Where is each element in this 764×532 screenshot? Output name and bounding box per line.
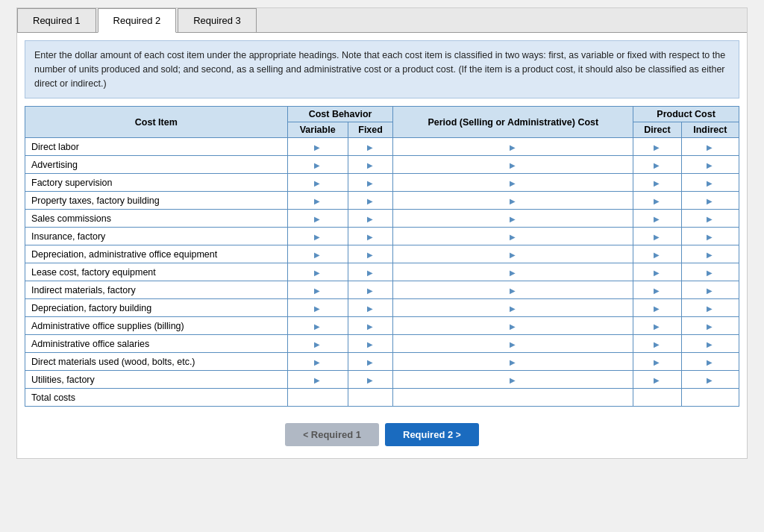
period-cost-cell[interactable] xyxy=(393,263,633,281)
indirect-cell[interactable] xyxy=(681,281,739,299)
period-cost-cell[interactable] xyxy=(393,192,633,210)
main-window: Required 1 Required 2 Required 3 Enter t… xyxy=(16,7,748,459)
total-fixed-cell[interactable] xyxy=(348,389,393,407)
indirect-cell[interactable] xyxy=(681,192,739,210)
fixed-cell[interactable] xyxy=(348,281,393,299)
indirect-cell[interactable] xyxy=(681,371,739,389)
cost-item-label: Utilities, factory xyxy=(25,371,288,389)
direct-cell[interactable] xyxy=(633,210,681,228)
indirect-cell[interactable] xyxy=(681,335,739,353)
indirect-cell[interactable] xyxy=(681,317,739,335)
direct-cell[interactable] xyxy=(633,317,681,335)
direct-cell[interactable] xyxy=(633,138,681,156)
indirect-cell[interactable] xyxy=(681,138,739,156)
direct-cell[interactable] xyxy=(633,228,681,245)
direct-cell[interactable] xyxy=(633,335,681,353)
direct-cell[interactable] xyxy=(633,281,681,299)
fixed-cell[interactable] xyxy=(348,174,393,192)
table-row: Indirect materials, factory xyxy=(25,281,739,299)
table-row: Depreciation, administrative office equi… xyxy=(25,245,739,263)
total-period-cell[interactable] xyxy=(393,389,633,407)
variable-cell[interactable] xyxy=(287,371,348,389)
total-indirect-cell[interactable] xyxy=(681,389,739,407)
tab-required2[interactable]: Required 2 xyxy=(98,8,177,33)
fixed-cell[interactable] xyxy=(348,335,393,353)
period-cost-cell[interactable] xyxy=(393,138,633,156)
period-cost-cell[interactable] xyxy=(393,299,633,317)
col-header-cost-item: Cost Item xyxy=(25,107,288,138)
period-cost-cell[interactable] xyxy=(393,174,633,192)
variable-cell[interactable] xyxy=(287,138,348,156)
fixed-cell[interactable] xyxy=(348,192,393,210)
variable-cell[interactable] xyxy=(287,192,348,210)
cost-item-label: Depreciation, administrative office equi… xyxy=(25,245,288,263)
cost-item-label: Lease cost, factory equipment xyxy=(25,263,288,281)
indirect-cell[interactable] xyxy=(681,156,739,174)
direct-cell[interactable] xyxy=(633,299,681,317)
col-header-variable: Variable xyxy=(287,122,348,138)
indirect-cell[interactable] xyxy=(681,245,739,263)
col-header-indirect: Indirect xyxy=(681,122,739,138)
variable-cell[interactable] xyxy=(287,281,348,299)
variable-cell[interactable] xyxy=(287,245,348,263)
indirect-cell[interactable] xyxy=(681,263,739,281)
cost-item-label: Property taxes, factory building xyxy=(25,192,288,210)
cost-item-label: Insurance, factory xyxy=(25,228,288,245)
table-row: Direct labor xyxy=(25,138,739,156)
variable-cell[interactable] xyxy=(287,317,348,335)
direct-cell[interactable] xyxy=(633,353,681,371)
total-direct-cell[interactable] xyxy=(633,389,681,407)
variable-cell[interactable] xyxy=(287,156,348,174)
col-header-direct: Direct xyxy=(633,122,681,138)
variable-cell[interactable] xyxy=(287,228,348,245)
period-cost-cell[interactable] xyxy=(393,156,633,174)
period-cost-cell[interactable] xyxy=(393,228,633,245)
variable-cell[interactable] xyxy=(287,263,348,281)
fixed-cell[interactable] xyxy=(348,317,393,335)
period-cost-cell[interactable] xyxy=(393,353,633,371)
tab-required3[interactable]: Required 3 xyxy=(178,8,257,32)
fixed-cell[interactable] xyxy=(348,210,393,228)
fixed-cell[interactable] xyxy=(348,156,393,174)
direct-cell[interactable] xyxy=(633,174,681,192)
fixed-cell[interactable] xyxy=(348,245,393,263)
indirect-cell[interactable] xyxy=(681,210,739,228)
period-cost-cell[interactable] xyxy=(393,210,633,228)
prev-button[interactable]: < Required 1 xyxy=(285,423,379,446)
variable-cell[interactable] xyxy=(287,335,348,353)
fixed-cell[interactable] xyxy=(348,371,393,389)
fixed-cell[interactable] xyxy=(348,299,393,317)
cost-item-label: Sales commissions xyxy=(25,210,288,228)
tab-required1[interactable]: Required 1 xyxy=(17,8,96,32)
direct-cell[interactable] xyxy=(633,245,681,263)
indirect-cell[interactable] xyxy=(681,353,739,371)
direct-cell[interactable] xyxy=(633,156,681,174)
fixed-cell[interactable] xyxy=(348,228,393,245)
cost-item-label: Administrative office supplies (billing) xyxy=(25,317,288,335)
cost-item-label: Administrative office salaries xyxy=(25,335,288,353)
indirect-cell[interactable] xyxy=(681,174,739,192)
fixed-cell[interactable] xyxy=(348,263,393,281)
period-cost-cell[interactable] xyxy=(393,317,633,335)
direct-cell[interactable] xyxy=(633,371,681,389)
fixed-cell[interactable] xyxy=(348,138,393,156)
total-label: Total costs xyxy=(25,389,288,407)
prev-button-label: Required 1 xyxy=(311,429,361,440)
variable-cell[interactable] xyxy=(287,299,348,317)
direct-cell[interactable] xyxy=(633,192,681,210)
next-button[interactable]: Required 2 > xyxy=(385,423,479,446)
variable-cell[interactable] xyxy=(287,174,348,192)
variable-cell[interactable] xyxy=(287,353,348,371)
total-variable-cell[interactable] xyxy=(287,389,348,407)
indirect-cell[interactable] xyxy=(681,299,739,317)
period-cost-cell[interactable] xyxy=(393,245,633,263)
direct-cell[interactable] xyxy=(633,263,681,281)
col-header-product-cost: Product Cost xyxy=(633,107,739,122)
fixed-cell[interactable] xyxy=(348,353,393,371)
period-cost-cell[interactable] xyxy=(393,281,633,299)
period-cost-cell[interactable] xyxy=(393,371,633,389)
indirect-cell[interactable] xyxy=(681,228,739,245)
variable-cell[interactable] xyxy=(287,210,348,228)
period-cost-cell[interactable] xyxy=(393,335,633,353)
instruction-text: Enter the dollar amount of each cost ite… xyxy=(34,50,725,89)
